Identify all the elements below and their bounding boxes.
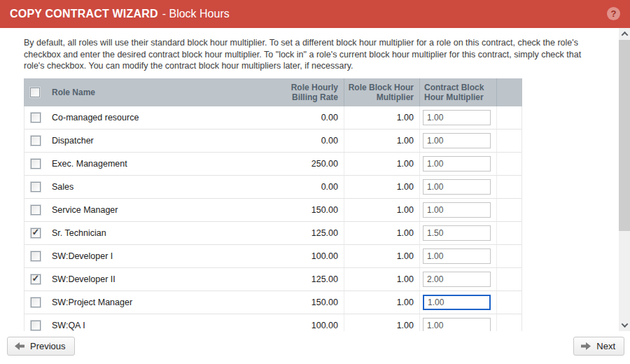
billing-rate-cell: 125.00 [270, 268, 344, 290]
contract-multiplier-input[interactable] [423, 179, 491, 195]
vertical-scrollbar[interactable] [619, 28, 630, 331]
row-filler-cell [497, 222, 522, 244]
billing-rate-cell: 150.00 [270, 291, 344, 314]
row-filler-cell [497, 314, 522, 332]
block-multiplier-cell: 1.00 [344, 314, 420, 332]
block-multiplier-cell: 1.00 [344, 245, 420, 267]
row-checkbox[interactable] [31, 321, 41, 330]
row-checkbox[interactable] [31, 113, 41, 122]
contract-multiplier-cell [420, 153, 497, 175]
row-checkbox[interactable] [31, 182, 41, 192]
billing-rate-cell: 100.00 [270, 314, 344, 332]
table-row: Dispatcher 0.00 1.00 [24, 130, 522, 153]
roles-table: Role Name Role Hourly Billing Rate Role … [24, 78, 522, 332]
row-checkbox-cell [24, 291, 46, 314]
role-name-cell: Sr. Technician [46, 222, 270, 244]
table-row: Sr. Technician 125.00 1.00 [24, 222, 522, 245]
contract-multiplier-input[interactable] [423, 248, 491, 264]
chevron-up-icon [621, 31, 628, 38]
billing-rate-cell: 250.00 [270, 153, 344, 175]
block-multiplier-cell: 1.00 [344, 199, 420, 221]
block-multiplier-cell: 1.00 [344, 153, 420, 175]
contract-multiplier-input[interactable] [423, 272, 491, 287]
billing-rate-cell: 150.00 [270, 199, 344, 221]
scrollbar-thumb[interactable] [619, 40, 630, 231]
table-header-row: Role Name Role Hourly Billing Rate Role … [24, 78, 522, 106]
role-name-cell: Exec. Management [46, 153, 270, 175]
column-contract-multiplier: Contract Block Hour Multiplier [420, 78, 497, 106]
scroll-up-button[interactable] [619, 28, 630, 40]
instructions-text: By default, all roles will use their sta… [24, 37, 601, 72]
contract-multiplier-input[interactable] [423, 295, 491, 310]
role-name-cell: Service Manager [46, 199, 270, 221]
contract-multiplier-cell [420, 291, 497, 314]
row-filler-cell [497, 245, 522, 267]
wizard-footer: Previous Next [0, 331, 630, 364]
role-name-cell: SW:QA I [46, 314, 270, 332]
table-row: Co-managed resource 0.00 1.00 [24, 106, 522, 130]
contract-multiplier-input[interactable] [423, 110, 491, 125]
row-checkbox-cell [24, 222, 46, 244]
contract-multiplier-cell [420, 245, 497, 267]
table-row: Service Manager 150.00 1.00 [24, 199, 522, 222]
row-checkbox-cell [24, 199, 46, 221]
row-checkbox-cell [24, 106, 46, 129]
row-checkbox[interactable] [31, 274, 41, 284]
row-checkbox-cell [24, 153, 46, 175]
row-filler-cell [497, 153, 522, 175]
dialog-subtitle: - Block Hours [162, 8, 230, 20]
contract-multiplier-input[interactable] [423, 202, 491, 218]
column-role-name: Role Name [46, 78, 270, 106]
row-filler-cell [497, 268, 522, 290]
previous-button[interactable]: Previous [7, 337, 75, 356]
row-checkbox-cell [24, 268, 46, 290]
row-checkbox[interactable] [31, 298, 41, 307]
contract-multiplier-input[interactable] [423, 133, 491, 148]
contract-multiplier-input[interactable] [423, 225, 491, 241]
dialog-title: COPY CONTRACT WIZARD [10, 8, 158, 20]
role-name-cell: Sales [46, 176, 270, 198]
row-checkbox-cell [24, 314, 46, 332]
dialog-titlebar: COPY CONTRACT WIZARD - Block Hours ? [0, 0, 630, 28]
next-button-label: Next [596, 341, 615, 351]
help-icon[interactable]: ? [607, 7, 620, 20]
billing-rate-cell: 100.00 [270, 245, 344, 267]
block-multiplier-cell: 1.00 [344, 291, 420, 314]
row-checkbox-cell [24, 130, 46, 152]
role-name-cell: SW:Developer II [46, 268, 270, 290]
arrow-right-icon [580, 342, 592, 351]
role-name-cell: SW:Developer I [46, 245, 270, 267]
block-multiplier-cell: 1.00 [344, 268, 420, 290]
row-checkbox[interactable] [31, 159, 41, 169]
row-checkbox[interactable] [31, 228, 41, 238]
contract-multiplier-input[interactable] [423, 156, 491, 172]
billing-rate-cell: 125.00 [270, 222, 344, 244]
contract-multiplier-input[interactable] [423, 318, 491, 332]
row-filler-cell [497, 176, 522, 198]
block-multiplier-cell: 1.00 [344, 106, 420, 129]
next-button[interactable]: Next [573, 337, 624, 356]
row-filler-cell [497, 199, 522, 221]
select-all-checkbox[interactable] [30, 88, 40, 97]
billing-rate-cell: 0.00 [270, 130, 344, 152]
table-row: SW:Project Manager 150.00 1.00 [24, 291, 522, 314]
role-name-cell: SW:Project Manager [46, 291, 270, 314]
row-checkbox[interactable] [31, 136, 41, 146]
scroll-down-button[interactable] [619, 319, 630, 331]
table-body: Co-managed resource 0.00 1.00 Dispatcher… [24, 106, 522, 332]
row-filler-cell [497, 291, 522, 314]
contract-multiplier-cell [420, 106, 497, 129]
chevron-down-icon [621, 321, 628, 328]
block-multiplier-cell: 1.00 [344, 130, 420, 152]
block-multiplier-cell: 1.00 [344, 222, 420, 244]
contract-multiplier-cell [420, 222, 497, 244]
arrow-left-icon [14, 342, 25, 351]
copy-contract-wizard-dialog: COPY CONTRACT WIZARD - Block Hours ? By … [0, 0, 630, 364]
row-checkbox[interactable] [31, 251, 41, 261]
row-checkbox[interactable] [31, 205, 41, 215]
contract-multiplier-cell [420, 199, 497, 221]
table-row: SW:QA I 100.00 1.00 [24, 314, 522, 332]
contract-multiplier-cell [420, 268, 497, 290]
header-checkbox-cell [24, 78, 46, 106]
block-multiplier-cell: 1.00 [344, 176, 420, 198]
